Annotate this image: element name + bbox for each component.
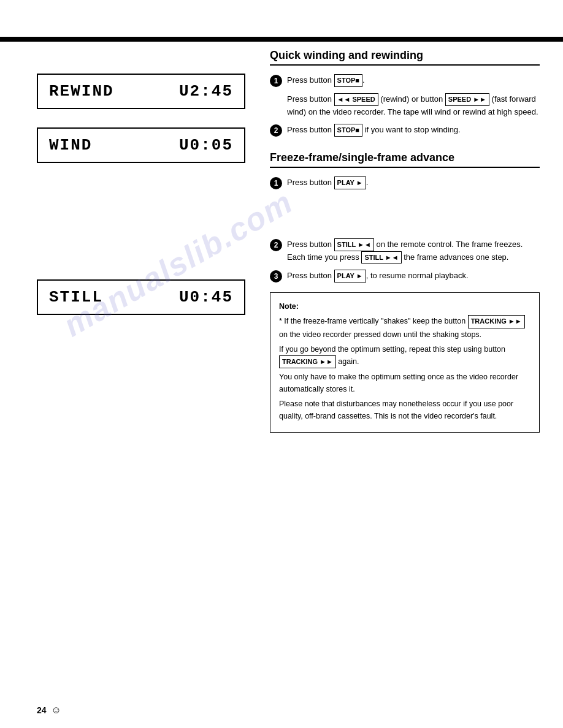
- smiley-icon: ☺: [52, 705, 61, 716]
- forward-speed-button: SPEED ►►: [445, 93, 489, 106]
- quick-winding-title: Quick winding and rewinding: [270, 49, 540, 66]
- freeze-step-3: 3 Press button PLAY ►, to resume normal …: [270, 270, 540, 282]
- quick-step-1: 1 Press button STOP■.: [270, 74, 540, 87]
- quick-sub-step: Press button ◄◄ SPEED (rewind) or button…: [287, 93, 540, 118]
- right-column: Quick winding and rewinding 1 Press butt…: [270, 49, 540, 433]
- rewind-display: REWIND U2:45: [37, 74, 245, 109]
- note-line-3: You only have to make the optimum settin…: [279, 371, 530, 395]
- still-label: STILL: [49, 288, 103, 306]
- stop-button-2: STOP■: [334, 124, 362, 137]
- freeze-frame-title: Freeze-frame/single-frame advance: [270, 151, 540, 168]
- tracking-button-1: TRACKING ►►: [468, 315, 525, 328]
- still-time: U0:45: [179, 288, 233, 306]
- still-button-1: STILL ►◄: [334, 238, 374, 251]
- freeze-step-number-2: 2: [270, 239, 282, 251]
- wind-label: WIND: [49, 136, 92, 154]
- page-container: REWIND U2:45 WIND U0:05 STILL U0:45 manu…: [0, 0, 563, 728]
- rewind-speed-button: ◄◄ SPEED: [334, 93, 378, 106]
- note-line-2: If you go beyond the optimum setting, re…: [279, 343, 530, 369]
- step-number-1: 1: [270, 75, 282, 87]
- top-bar: [0, 37, 563, 42]
- freeze-step-1: 1 Press button PLAY ►.: [270, 176, 540, 189]
- wind-time: U0:05: [179, 136, 233, 154]
- wind-display: WIND U0:05: [37, 127, 245, 163]
- step-1-content: Press button STOP■.: [287, 74, 540, 87]
- quick-step-2: 2 Press button STOP■ if you want to stop…: [270, 124, 540, 137]
- left-column: REWIND U2:45 WIND U0:05 STILL U0:45: [37, 49, 258, 327]
- play-button-1: PLAY ►: [334, 176, 366, 189]
- rewind-label: REWIND: [49, 82, 114, 100]
- freeze-step-1-content: Press button PLAY ►.: [287, 176, 540, 189]
- quick-winding-section: Quick winding and rewinding 1 Press butt…: [270, 49, 540, 137]
- freeze-step-2: 2 Press button STILL ►◄ on the remote co…: [270, 238, 540, 264]
- step-number-2: 2: [270, 124, 282, 137]
- still-display: STILL U0:45: [37, 279, 245, 315]
- step-2-content: Press button STOP■ if you want to stop w…: [287, 124, 540, 137]
- note-line-1: * If the freeze-frame vertically "shakes…: [279, 315, 530, 341]
- note-title: Note:: [279, 300, 530, 313]
- still-button-2: STILL ►◄: [361, 251, 401, 264]
- freeze-step-number-1: 1: [270, 177, 282, 189]
- play-button-2: PLAY ►: [334, 270, 366, 282]
- freeze-step-3-content: Press button PLAY ►, to resume normal pl…: [287, 270, 540, 282]
- freeze-frame-section: Freeze-frame/single-frame advance 1 Pres…: [270, 151, 540, 433]
- tracking-button-2: TRACKING ►►: [279, 355, 336, 369]
- freeze-step-2-content: Press button STILL ►◄ on the remote cont…: [287, 238, 540, 264]
- page-number: 24: [37, 705, 47, 715]
- rewind-time: U2:45: [179, 82, 233, 100]
- freeze-step-number-3: 3: [270, 270, 282, 282]
- note-line-4: Please note that disturbances may noneth…: [279, 398, 530, 422]
- page-number-area: 24 ☺: [37, 705, 61, 716]
- note-box: Note: * If the freeze-frame vertically "…: [270, 292, 540, 433]
- stop-button-1: STOP■: [334, 74, 362, 87]
